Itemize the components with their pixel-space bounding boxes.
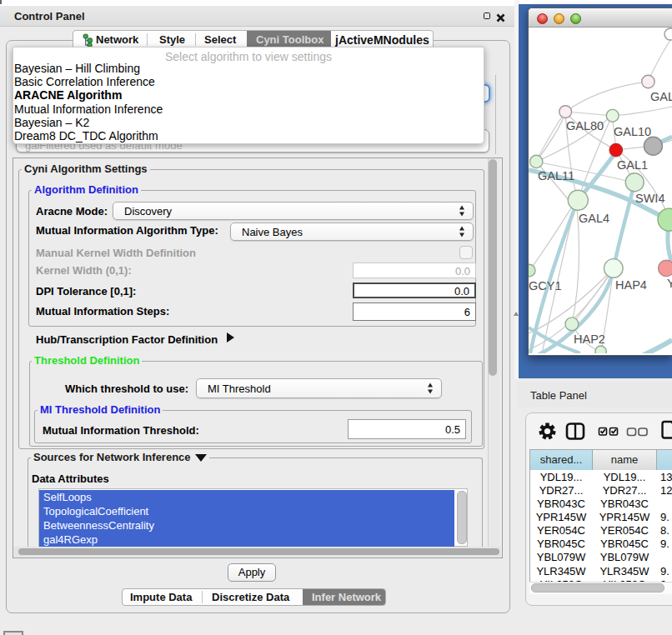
svg-text:HAP2: HAP2	[574, 332, 605, 346]
svg-text:GAL10: GAL10	[614, 125, 651, 138]
svg-text:Y: Y	[667, 277, 672, 290]
svg-text:GCY1: GCY1	[529, 279, 562, 292]
svg-text:SWI4: SWI4	[635, 192, 664, 205]
svg-text:GAL4: GAL4	[579, 212, 609, 225]
svg-text:GAL1: GAL1	[617, 158, 648, 172]
svg-text:HAP4: HAP4	[615, 278, 647, 292]
svg-text:GAL80: GAL80	[566, 119, 604, 132]
svg-text:GAL2: GAL2	[650, 90, 672, 103]
svg-text:GAL11: GAL11	[538, 169, 574, 182]
